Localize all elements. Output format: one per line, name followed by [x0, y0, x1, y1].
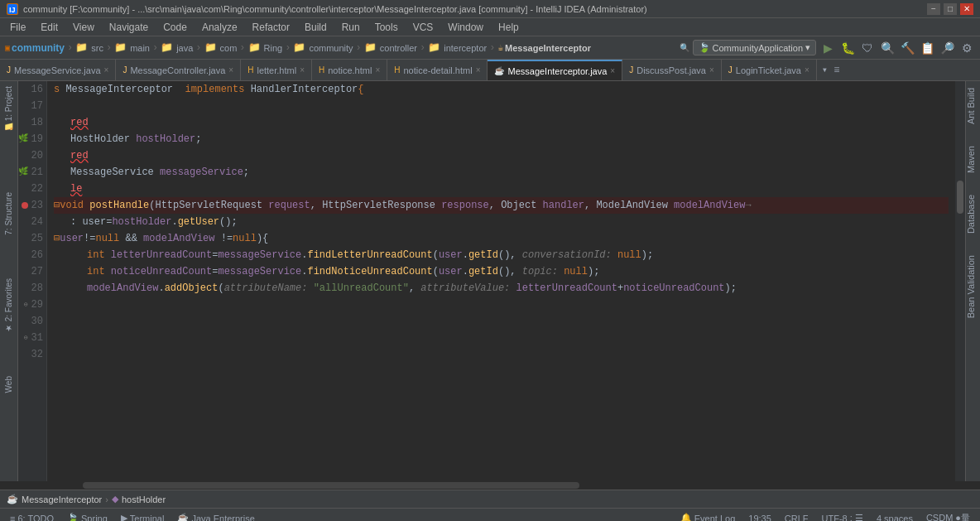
menu-help[interactable]: Help: [492, 20, 526, 35]
debug-button[interactable]: 🐛: [839, 40, 856, 56]
menu-build[interactable]: Build: [298, 20, 334, 35]
tab-messageservice[interactable]: J MessageService.java ×: [0, 60, 116, 80]
menu-run[interactable]: Run: [335, 20, 367, 35]
tab-close-noticedetail[interactable]: ×: [476, 65, 481, 75]
search-button[interactable]: 🔍: [879, 40, 896, 56]
tab-loginticket[interactable]: J LoginTicket.java ×: [722, 60, 817, 80]
position-indicator[interactable]: 19:35: [745, 514, 775, 522]
settings-button[interactable]: ⚙: [958, 40, 975, 56]
extra-info[interactable]: CSDM ●量: [923, 512, 973, 521]
panel-maven[interactable]: Maven: [966, 139, 980, 180]
bc-src[interactable]: src: [91, 43, 103, 53]
folder-icon-ring: 📁: [248, 41, 261, 54]
maximize-button[interactable]: □: [944, 3, 957, 15]
tab-close-loginticket[interactable]: ×: [805, 65, 809, 75]
panel-tab-favorites[interactable]: ★ 2: Favorites: [0, 273, 17, 338]
panel-bean-validation[interactable]: Bean Validation: [966, 248, 980, 325]
project-name[interactable]: community: [12, 42, 65, 54]
tab-discusspost[interactable]: J DiscussPost.java ×: [622, 60, 722, 80]
project-icon: ▣: [5, 43, 10, 53]
linenum-32: 32: [22, 346, 43, 363]
linenum-20: 20: [22, 147, 43, 164]
indent-selector[interactable]: 4 spaces: [873, 514, 916, 522]
breadcrumb-class-name[interactable]: MessageInterceptor: [22, 494, 102, 504]
menu-navigate[interactable]: Navigate: [103, 20, 155, 35]
coverage-button[interactable]: 🛡: [859, 40, 876, 56]
status-todo[interactable]: ≡ 6: TODO: [7, 514, 57, 522]
tab-icon-notice: H: [319, 65, 324, 75]
tab-label-messagecontroller: MessageController.java: [130, 65, 225, 75]
menu-analyze[interactable]: Analyze: [195, 20, 244, 35]
code-content[interactable]: s MessageInterceptor implements HandlerI…: [47, 81, 955, 481]
event-log-icon: 🔔: [680, 513, 692, 521]
linenum-24: 24: [22, 214, 43, 230]
linenum-30: 30: [22, 313, 43, 330]
scrollbar-thumb[interactable]: [957, 181, 963, 214]
build-button[interactable]: 🔨: [899, 40, 915, 56]
bc-interceptor[interactable]: interceptor: [444, 43, 487, 53]
encoding-selector[interactable]: UTF-8 : ☰: [819, 513, 867, 521]
tab-more-button[interactable]: ▾ ≡: [817, 60, 845, 80]
tab-noticedetail[interactable]: H notice-detail.html ×: [387, 60, 488, 80]
run-button[interactable]: ▶: [819, 40, 836, 56]
line-separator[interactable]: CRLF: [781, 514, 812, 522]
find-button[interactable]: 🔎: [939, 40, 955, 56]
breakpoint-23: [22, 202, 28, 209]
run-config-selector[interactable]: 🍃 CommunityApplication ▾: [693, 40, 816, 55]
tab-close-notice[interactable]: ×: [375, 65, 380, 75]
menu-window[interactable]: Window: [441, 20, 490, 35]
main-area: 📁 1: Project 7: Structure ★ 2: Favorites…: [0, 81, 980, 481]
spring-label: Spring: [81, 514, 108, 522]
position-text: 19:35: [748, 514, 771, 522]
tab-letter[interactable]: H letter.html ×: [241, 60, 312, 80]
hscrollbar-thumb[interactable]: [83, 482, 579, 489]
bc-controller[interactable]: controller: [380, 43, 417, 53]
tab-notice[interactable]: H notice.html ×: [312, 60, 387, 80]
menu-view[interactable]: View: [66, 20, 101, 35]
panel-tab-web[interactable]: Web: [0, 371, 17, 398]
status-spring[interactable]: 🍃 Spring: [64, 513, 111, 521]
window-controls[interactable]: − □ ✕: [927, 3, 973, 15]
close-button[interactable]: ✕: [960, 3, 973, 15]
panel-ant-build[interactable]: Ant Build: [966, 81, 980, 131]
menu-file[interactable]: File: [3, 20, 32, 35]
bc-ring[interactable]: Ring: [264, 43, 283, 53]
event-log-label: Event Log: [694, 514, 736, 522]
menu-vcs[interactable]: VCS: [406, 20, 440, 35]
line-sep-text: CRLF: [785, 514, 809, 522]
menu-refactor[interactable]: Refactor: [246, 20, 296, 35]
bc-java[interactable]: java: [176, 43, 193, 53]
fold-icon-29: ⊖: [24, 297, 28, 313]
panel-tab-structure[interactable]: 7: Structure: [0, 187, 17, 240]
tab-close-letter[interactable]: ×: [300, 65, 305, 75]
panel-database[interactable]: Database: [966, 188, 980, 240]
tab-close-messagecontroller[interactable]: ×: [228, 65, 233, 75]
code-line-16: s MessageInterceptor implements HandlerI…: [54, 81, 949, 98]
vertical-scrollbar[interactable]: [955, 81, 965, 481]
horizontal-scrollbar[interactable]: [0, 481, 980, 490]
menu-tools[interactable]: Tools: [368, 20, 405, 35]
tab-close-messageservice[interactable]: ×: [104, 65, 109, 75]
svg-text:IJ: IJ: [9, 6, 16, 14]
tab-messageinterceptor[interactable]: ☕ MessageInterceptor.java ×: [488, 60, 622, 80]
tab-messagecontroller[interactable]: J MessageController.java ×: [116, 60, 241, 80]
status-terminal[interactable]: ▶ Terminal: [118, 513, 168, 521]
menu-code[interactable]: Code: [156, 20, 194, 35]
git-button[interactable]: 📋: [919, 40, 935, 56]
breadcrumb-field-name[interactable]: hostHolder: [122, 494, 166, 504]
panel-tab-project[interactable]: 📁 1: Project: [0, 81, 17, 137]
minimize-button[interactable]: −: [927, 3, 940, 15]
menu-edit[interactable]: Edit: [34, 20, 65, 35]
bc-main[interactable]: main: [130, 43, 150, 53]
code-line-29: [54, 297, 949, 313]
bc-community[interactable]: community: [309, 43, 353, 53]
tab-close-messageinterceptor[interactable]: ×: [610, 66, 615, 75]
bc-file[interactable]: MessageInterceptor: [505, 43, 591, 53]
tab-close-discusspost[interactable]: ×: [709, 65, 714, 75]
status-java-enterprise[interactable]: ☕ Java Enterprise: [174, 513, 257, 521]
bc-com[interactable]: com: [220, 43, 238, 53]
tab-icon-messageinterceptor: ☕: [494, 66, 504, 75]
event-log[interactable]: 🔔 Event Log: [677, 513, 739, 521]
title-text: community [F:\community] - ...\src\main\…: [23, 4, 922, 14]
java-enterprise-label: Java Enterprise: [191, 514, 254, 522]
